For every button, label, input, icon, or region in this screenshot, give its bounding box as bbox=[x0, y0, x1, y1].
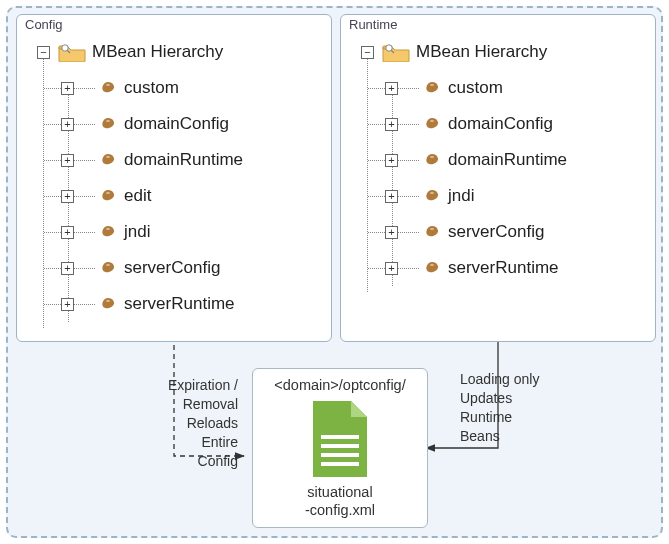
expand-icon[interactable]: + bbox=[61, 118, 74, 131]
tree-node-label: custom bbox=[124, 78, 179, 98]
expand-icon[interactable]: + bbox=[385, 154, 398, 167]
tree-node[interactable]: + custom bbox=[385, 70, 647, 106]
diagram-container: Config − MBean Hierarchy bbox=[6, 6, 663, 538]
svg-rect-4 bbox=[321, 435, 359, 439]
bean-icon bbox=[102, 297, 116, 311]
document-icon bbox=[309, 399, 371, 479]
tree-node[interactable]: + serverConfig bbox=[385, 214, 647, 250]
bean-icon bbox=[426, 225, 440, 239]
tree-node-label: jndi bbox=[124, 222, 150, 242]
svg-rect-7 bbox=[321, 462, 359, 466]
folder-icon bbox=[58, 42, 86, 62]
tree-node-label: domainRuntime bbox=[448, 150, 567, 170]
tree-node[interactable]: + serverConfig bbox=[61, 250, 323, 286]
bean-icon bbox=[426, 81, 440, 95]
expand-icon[interactable]: + bbox=[385, 82, 398, 95]
bean-icon bbox=[102, 117, 116, 131]
svg-rect-6 bbox=[321, 453, 359, 457]
tree-node-label: custom bbox=[448, 78, 503, 98]
tree-root-label: MBean Hierarchy bbox=[416, 42, 547, 62]
config-file-box: <domain>/optconfig/ situational -config.… bbox=[252, 368, 428, 528]
file-path-label: <domain>/optconfig/ bbox=[259, 377, 421, 393]
expand-icon[interactable]: + bbox=[385, 190, 398, 203]
expand-icon[interactable]: + bbox=[61, 298, 74, 311]
tree-node-label: serverConfig bbox=[124, 258, 220, 278]
tree-root[interactable]: − MBean Hierarchy bbox=[355, 34, 647, 70]
right-arrow-caption: Loading only Updates Runtime Beans bbox=[460, 370, 580, 446]
tree-node[interactable]: + edit bbox=[61, 178, 323, 214]
expand-icon[interactable]: + bbox=[61, 154, 74, 167]
tree-node[interactable]: + domainRuntime bbox=[61, 142, 323, 178]
tree-node-label: domainRuntime bbox=[124, 150, 243, 170]
runtime-panel: Runtime − MBean Hierarchy bbox=[340, 14, 656, 342]
bean-icon bbox=[102, 261, 116, 275]
expand-icon[interactable]: + bbox=[385, 262, 398, 275]
left-arrow-caption: Expiration / Removal Reloads Entire Conf… bbox=[138, 376, 238, 470]
expand-icon[interactable]: + bbox=[61, 190, 74, 203]
tree-children: + custom + domainConfig + bbox=[355, 70, 647, 286]
bean-icon bbox=[426, 189, 440, 203]
tree-node-label: edit bbox=[124, 186, 151, 206]
tree-node[interactable]: + serverRuntime bbox=[385, 250, 647, 286]
tree-node[interactable]: + domainConfig bbox=[385, 106, 647, 142]
tree-node[interactable]: + custom bbox=[61, 70, 323, 106]
runtime-panel-title: Runtime bbox=[349, 17, 647, 32]
tree-root-label: MBean Hierarchy bbox=[92, 42, 223, 62]
expand-icon[interactable]: + bbox=[385, 226, 398, 239]
tree-node[interactable]: + jndi bbox=[61, 214, 323, 250]
runtime-tree: − MBean Hierarchy + bbox=[349, 34, 647, 286]
tree-node-label: domainConfig bbox=[124, 114, 229, 134]
expand-icon[interactable]: + bbox=[61, 262, 74, 275]
collapse-icon[interactable]: − bbox=[361, 46, 374, 59]
config-panel-title: Config bbox=[25, 17, 323, 32]
svg-rect-5 bbox=[321, 444, 359, 448]
config-panel: Config − MBean Hierarchy bbox=[16, 14, 332, 342]
tree-node-label: domainConfig bbox=[448, 114, 553, 134]
file-name: situational -config.xml bbox=[259, 483, 421, 519]
expand-icon[interactable]: + bbox=[61, 226, 74, 239]
bean-icon bbox=[102, 189, 116, 203]
tree-node[interactable]: + jndi bbox=[385, 178, 647, 214]
config-tree: − MBean Hierarchy + bbox=[25, 34, 323, 322]
tree-children: + custom + domainConfig + bbox=[31, 70, 323, 322]
tree-node-label: serverConfig bbox=[448, 222, 544, 242]
folder-icon bbox=[382, 42, 410, 62]
bean-icon bbox=[102, 225, 116, 239]
tree-root[interactable]: − MBean Hierarchy bbox=[31, 34, 323, 70]
tree-node[interactable]: + serverRuntime bbox=[61, 286, 323, 322]
expand-icon[interactable]: + bbox=[385, 118, 398, 131]
bean-icon bbox=[426, 117, 440, 131]
collapse-icon[interactable]: − bbox=[37, 46, 50, 59]
expand-icon[interactable]: + bbox=[61, 82, 74, 95]
tree-node[interactable]: + domainRuntime bbox=[385, 142, 647, 178]
bean-icon bbox=[102, 81, 116, 95]
tree-node-label: serverRuntime bbox=[124, 294, 235, 314]
tree-node-label: serverRuntime bbox=[448, 258, 559, 278]
bean-icon bbox=[102, 153, 116, 167]
bean-icon bbox=[426, 153, 440, 167]
bean-icon bbox=[426, 261, 440, 275]
tree-node[interactable]: + domainConfig bbox=[61, 106, 323, 142]
tree-node-label: jndi bbox=[448, 186, 474, 206]
